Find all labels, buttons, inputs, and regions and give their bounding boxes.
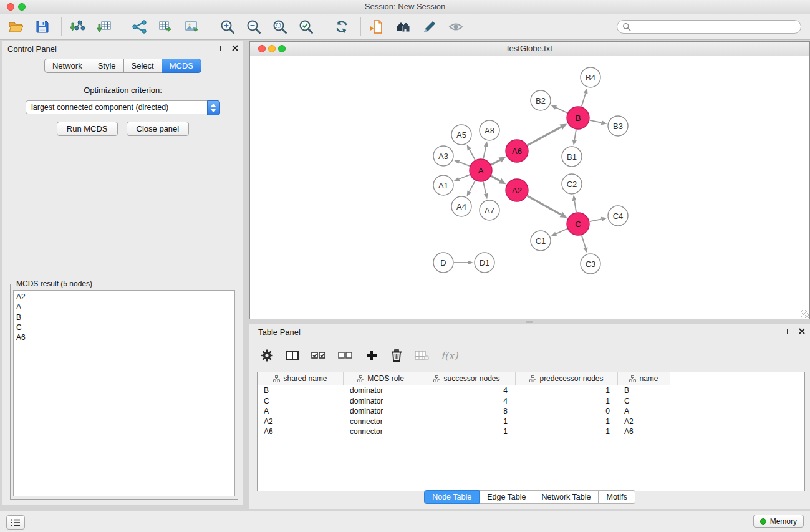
- tab-motifs[interactable]: Motifs: [599, 490, 635, 504]
- column-header-predecessor-nodes[interactable]: predecessor nodes: [516, 372, 618, 385]
- save-session-button[interactable]: [32, 17, 52, 37]
- graph-edge-A-A3[interactable]: [459, 162, 470, 167]
- tab-style[interactable]: Style: [90, 59, 123, 73]
- graph-node-B1[interactable]: B1: [562, 147, 582, 167]
- search-input[interactable]: [634, 22, 796, 32]
- network-canvas[interactable]: B4B2BB3A8A5A6A3B1AC2A1A2A4A7C4CC1DD1C3: [250, 56, 809, 319]
- table-row[interactable]: A6connector11A6: [258, 427, 804, 437]
- network-close-button[interactable]: [258, 45, 266, 52]
- graph-node-A5[interactable]: A5: [451, 125, 471, 145]
- select-all-button[interactable]: [311, 346, 327, 365]
- graph-node-A2[interactable]: A2: [506, 179, 528, 201]
- graph-node-A4[interactable]: A4: [451, 196, 471, 216]
- delete-table-button[interactable]: [414, 346, 430, 365]
- close-window-button[interactable]: [7, 3, 14, 11]
- column-header-name[interactable]: name: [618, 372, 670, 385]
- graph-edge-A-A5[interactable]: [470, 150, 475, 160]
- graph-node-A8[interactable]: A8: [480, 120, 499, 140]
- export-image-button[interactable]: [182, 17, 202, 37]
- graph-node-C2[interactable]: C2: [562, 174, 582, 194]
- splitter-handle[interactable]: [526, 321, 533, 323]
- zoom-fit-button[interactable]: [296, 17, 316, 37]
- network-zoom-button[interactable]: [278, 45, 286, 52]
- run-mcds-button[interactable]: Run MCDS: [57, 122, 118, 136]
- import-table-button[interactable]: [94, 17, 114, 37]
- table-row[interactable]: Bdominator41B: [258, 385, 804, 396]
- show-columns-button[interactable]: [285, 346, 300, 365]
- close-panel-icon[interactable]: [232, 45, 238, 51]
- result-item[interactable]: A2: [16, 292, 232, 302]
- tab-network-table[interactable]: Network Table: [534, 490, 599, 504]
- graph-edge-B-B3[interactable]: [590, 120, 602, 123]
- graph-node-B4[interactable]: B4: [581, 67, 600, 87]
- close-panel-icon[interactable]: [799, 328, 805, 334]
- zoom-out-button[interactable]: [244, 17, 264, 37]
- mcds-result-list[interactable]: A2ABCA6: [13, 290, 235, 496]
- deselect-all-button[interactable]: [337, 346, 354, 365]
- zoom-in-button[interactable]: [218, 17, 238, 37]
- open-session-button[interactable]: [6, 17, 26, 37]
- import-network-button[interactable]: [68, 17, 88, 37]
- graph-edge-A-A4[interactable]: [470, 181, 475, 191]
- float-panel-icon[interactable]: [220, 46, 226, 51]
- criterion-dropdown[interactable]: largest connected component (directed): [26, 100, 220, 114]
- graph-node-B2[interactable]: B2: [531, 90, 551, 110]
- column-header-successor-nodes[interactable]: successor nodes: [418, 372, 516, 385]
- apply-layout-button[interactable]: [332, 17, 352, 37]
- result-item[interactable]: C: [16, 322, 232, 332]
- add-column-button[interactable]: [364, 346, 379, 365]
- import-document-button[interactable]: [367, 17, 387, 37]
- graph-node-C[interactable]: C: [567, 213, 589, 235]
- tab-edge-table[interactable]: Edge Table: [480, 490, 534, 504]
- graph-node-A6[interactable]: A6: [506, 140, 528, 162]
- graph-edge-A-A8[interactable]: [483, 147, 486, 158]
- graph-node-A[interactable]: A: [470, 159, 492, 181]
- table-row[interactable]: A2connector11A2: [258, 417, 804, 427]
- graph-edge-A-A2[interactable]: [491, 176, 500, 181]
- graph-edge-A2-C[interactable]: [528, 196, 561, 215]
- welcome-screen-button[interactable]: [393, 17, 413, 37]
- network-window-titlebar[interactable]: testGlobe.txt: [250, 42, 809, 56]
- result-item[interactable]: A: [16, 302, 232, 312]
- function-builder-button[interactable]: f(x): [441, 350, 458, 362]
- graph-edge-C-C1[interactable]: [556, 229, 567, 234]
- graph-edge-C-C4[interactable]: [590, 219, 602, 221]
- graph-edge-A6-B[interactable]: [528, 127, 561, 145]
- graph-edge-C-C2[interactable]: [574, 201, 576, 213]
- graph-node-B[interactable]: B: [567, 107, 589, 129]
- column-header-shared-name[interactable]: shared name: [258, 372, 344, 385]
- graph-node-C1[interactable]: C1: [531, 231, 551, 251]
- result-item[interactable]: A6: [16, 332, 232, 342]
- graph-edge-A-A1[interactable]: [459, 175, 470, 179]
- column-header-MCDS-role[interactable]: MCDS role: [344, 372, 418, 385]
- table-settings-button[interactable]: [259, 346, 274, 365]
- graph-node-C3[interactable]: C3: [581, 254, 600, 274]
- tab-mcds[interactable]: MCDS: [162, 59, 201, 73]
- show-panels-button[interactable]: [6, 515, 25, 530]
- show-hide-button[interactable]: [446, 17, 466, 37]
- graph-edge-A-A7[interactable]: [483, 182, 486, 194]
- tab-network[interactable]: Network: [44, 59, 90, 73]
- graph-edge-B-B2[interactable]: [556, 107, 567, 113]
- graph-edge-B-B1[interactable]: [574, 130, 576, 140]
- graph-node-D1[interactable]: D1: [475, 253, 494, 273]
- graph-node-C4[interactable]: C4: [608, 206, 628, 226]
- close-panel-button[interactable]: Close panel: [127, 122, 190, 136]
- graph-edge-B-B4[interactable]: [582, 94, 586, 107]
- table-row[interactable]: Cdominator41C: [258, 396, 804, 407]
- graph-node-A3[interactable]: A3: [433, 146, 453, 166]
- zoom-window-button[interactable]: [18, 3, 26, 11]
- network-minimize-button[interactable]: [268, 45, 276, 52]
- export-table-button[interactable]: [156, 17, 176, 37]
- graph-node-D[interactable]: D: [433, 253, 453, 273]
- table-row[interactable]: Adominator80A: [258, 406, 804, 417]
- tab-select[interactable]: Select: [123, 59, 162, 73]
- network-tools-button[interactable]: [130, 17, 150, 37]
- graph-edge-A-A6[interactable]: [491, 160, 500, 165]
- graph-node-A1[interactable]: A1: [433, 175, 453, 195]
- result-item[interactable]: B: [16, 312, 232, 322]
- graph-edge-C-C3[interactable]: [582, 235, 586, 248]
- style-brush-button[interactable]: [420, 17, 440, 37]
- memory-button[interactable]: Memory: [753, 515, 804, 528]
- search-box[interactable]: [617, 20, 801, 34]
